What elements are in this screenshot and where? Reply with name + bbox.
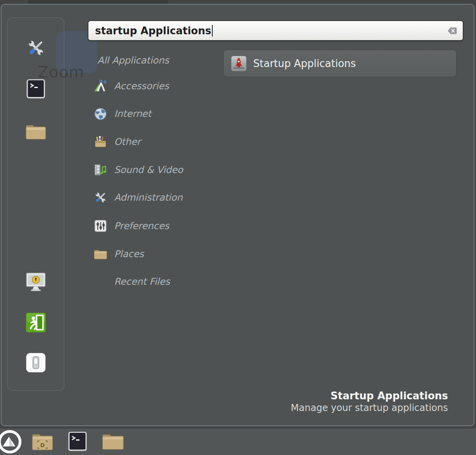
shutdown-icon bbox=[26, 353, 46, 374]
category-sound-video[interactable]: Sound & Video bbox=[93, 162, 183, 178]
favorites-sidebar bbox=[7, 18, 64, 391]
sidebar-item-files[interactable] bbox=[7, 122, 64, 143]
selected-app-description: Manage your startup applications bbox=[291, 402, 448, 414]
taskbar-item-files[interactable] bbox=[101, 432, 125, 453]
search-value: startup Applications bbox=[95, 25, 211, 37]
clear-search-icon[interactable] bbox=[447, 27, 457, 35]
text-caret bbox=[212, 25, 213, 37]
category-preferences[interactable]: Preferences bbox=[93, 218, 169, 234]
crossed-tools-icon bbox=[26, 38, 46, 60]
result-startup-applications[interactable]: Startup Applications bbox=[223, 50, 457, 77]
category-places[interactable]: Places bbox=[93, 246, 144, 262]
selected-app-info: Startup Applications Manage your startup… bbox=[291, 390, 448, 414]
category-administration[interactable]: Administration bbox=[93, 190, 183, 205]
crossed-tools-icon bbox=[93, 190, 108, 205]
mint-logo-icon bbox=[0, 448, 22, 455]
folder-icon bbox=[101, 445, 125, 453]
category-internet[interactable]: Internet bbox=[93, 106, 151, 122]
templates-folder-icon: D bbox=[31, 446, 54, 453]
category-other[interactable]: Other bbox=[93, 134, 141, 150]
sidebar-item-logout[interactable] bbox=[7, 312, 64, 335]
search-input[interactable]: startup Applications bbox=[88, 20, 464, 41]
rocket-icon bbox=[231, 56, 247, 71]
category-all-applications[interactable]: All Applications bbox=[97, 53, 169, 68]
terminal-icon bbox=[26, 79, 46, 101]
internet-globe-icon bbox=[93, 107, 108, 121]
folder-icon bbox=[93, 247, 108, 261]
sidebar-item-lock-screen[interactable] bbox=[7, 272, 64, 294]
film-note-icon bbox=[93, 163, 108, 177]
folder-icon bbox=[25, 122, 47, 143]
lock-screen-icon bbox=[25, 272, 46, 294]
sidebar-item-system-tools[interactable] bbox=[7, 38, 64, 60]
toolbox-icon bbox=[93, 135, 108, 149]
sidebar-item-shutdown[interactable] bbox=[7, 353, 64, 374]
terminal-icon bbox=[68, 446, 87, 453]
menu-panel: Zoom bbox=[1, 4, 474, 426]
taskbar: D bbox=[0, 429, 476, 455]
sidebar-item-terminal[interactable] bbox=[7, 79, 64, 101]
desktop: Zoom bbox=[0, 0, 476, 455]
svg-text:D: D bbox=[40, 442, 45, 448]
category-accessories[interactable]: Accessories bbox=[93, 78, 169, 94]
accessories-icon bbox=[93, 79, 108, 93]
mint-menu-button[interactable] bbox=[0, 430, 22, 455]
logout-icon bbox=[25, 312, 46, 335]
selected-app-title: Startup Applications bbox=[291, 390, 448, 402]
category-recent-files[interactable]: Recent Files bbox=[114, 274, 170, 289]
taskbar-item-templates-folder[interactable]: D bbox=[31, 431, 54, 453]
sliders-icon bbox=[93, 219, 108, 233]
taskbar-item-terminal[interactable] bbox=[68, 431, 87, 453]
